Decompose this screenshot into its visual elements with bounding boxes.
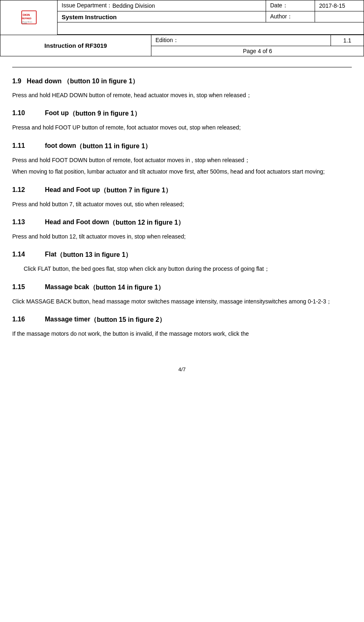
section-1-10-para-0: Pressa and hold FOOT UP button of remote… — [12, 123, 352, 132]
header-grid: OKIN REFINED A Phoenix Mecano Company Is… — [0, 0, 364, 35]
section-1-12-title: Head and Foot up — [45, 186, 100, 195]
svg-text:Company: Company — [22, 22, 27, 24]
edition-label-cell: Edition： — [151, 35, 331, 46]
section-1-13-para-0: Press and hold button 12, tilt actuator … — [12, 232, 352, 241]
content-area: 1.9 Head down （button 10 in figure 1） Pr… — [0, 56, 364, 354]
section-1-11-para-0: Press and hold FOOT DOWN button of remot… — [12, 156, 352, 165]
section-1-11: 1.11 foot down （button 11 in figure 1） P… — [12, 142, 352, 176]
date-value-cell: 2017-8-15 — [315, 0, 364, 11]
logo-container: OKIN REFINED A Phoenix Mecano Company — [21, 10, 37, 25]
header-row-1: Issue Department： Bedding Division Date：… — [58, 0, 364, 11]
edition-label: Edition： — [155, 37, 179, 43]
header-row-2: System Instruction Author： — [58, 11, 364, 22]
edition-row: Edition： 1.1 — [151, 35, 364, 46]
section-1-14-subtitle: （button 13 in figure 1） — [56, 251, 132, 259]
section-1-15-heading: 1.15 Massage bcak （button 14 in figure 1… — [12, 283, 352, 292]
section-1-9-subtitle: （button 10 in figure 1） — [63, 78, 139, 85]
author-label: Author： — [270, 13, 293, 20]
page-wrapper: OKIN REFINED A Phoenix Mecano Company Is… — [0, 0, 364, 377]
section-1-11-heading: 1.11 foot down （button 11 in figure 1） — [12, 142, 352, 151]
section-1-11-subtitle: （button 11 in figure 1） — [76, 142, 151, 151]
author-label-cell: Author： — [266, 11, 315, 22]
section-1-9: 1.9 Head down （button 10 in figure 1） Pr… — [12, 77, 352, 100]
system-instruction-cell: System Instruction — [58, 11, 266, 22]
edition-value: 1.1 — [343, 37, 351, 44]
section-1-10-number: 1.10 — [12, 109, 45, 118]
svg-text:OKIN: OKIN — [22, 13, 30, 16]
empty-row-cell — [58, 22, 364, 26]
section-1-16-number: 1.16 — [12, 316, 45, 324]
footer-page-label: 4/7 — [178, 366, 186, 372]
section-1-14-number: 1.14 — [12, 251, 45, 259]
section-1-14-title: Flat — [45, 251, 56, 259]
title-section: Instruction of RF3019 Edition： 1.1 Page … — [0, 35, 364, 56]
page-label: Page 4 of 6 — [243, 48, 272, 54]
section-1-10: 1.10 Foot up （button 9 in figure 1） Pres… — [12, 109, 352, 132]
date-label: Date： — [270, 2, 288, 9]
date-label-cell: Date： — [266, 0, 315, 11]
section-1-9-title: Head down — [27, 78, 62, 85]
section-1-16-para-0: If the massage motors do not work, the b… — [12, 329, 352, 338]
section-1-9-para-0: Press and hold HEAD DOWN button of remot… — [12, 91, 352, 100]
section-1-13-subtitle: （button 12 in figure 1） — [109, 218, 184, 227]
section-1-14-para-0: Click FLAT button, the bed goes flat, st… — [12, 264, 352, 273]
issue-dept-value: Bedding Division — [113, 2, 155, 9]
section-1-12: 1.12 Head and Foot up （button 7 in figur… — [12, 186, 352, 209]
section-1-12-para-0: Press and hold button 7, tilt actuator m… — [12, 200, 352, 209]
issue-dept-cell: Issue Department： Bedding Division — [58, 0, 266, 11]
section-1-11-title: foot down — [45, 142, 76, 151]
svg-text:REFINED: REFINED — [22, 17, 31, 19]
section-1-10-subtitle: （button 9 in figure 1） — [69, 109, 141, 118]
page-row: Page 4 of 6 — [151, 46, 364, 56]
section-1-10-title: Foot up — [45, 109, 69, 118]
section-1-9-heading: 1.9 Head down （button 10 in figure 1） — [12, 77, 352, 86]
section-1-11-number: 1.11 — [12, 142, 45, 151]
section-1-15-number: 1.15 — [12, 283, 45, 292]
section-1-9-title-space — [23, 78, 25, 85]
edition-value-cell: 1.1 — [331, 36, 364, 45]
date-value: 2017-8-15 — [319, 2, 345, 9]
logo-area: OKIN REFINED A Phoenix Mecano Company — [0, 0, 58, 35]
section-1-12-subtitle: （button 7 in figure 1） — [100, 186, 172, 195]
header-divider — [12, 67, 352, 67]
issue-dept-label: Issue Department： — [62, 2, 113, 9]
section-1-14: 1.14 Flat （button 13 in figure 1） Click … — [12, 251, 352, 273]
system-instruction-label: System Instruction — [62, 13, 117, 20]
section-1-16: 1.16 Massage timer （button 15 in figure … — [12, 316, 352, 338]
section-1-12-heading: 1.12 Head and Foot up （button 7 in figur… — [12, 186, 352, 195]
document-title: Instruction of RF3019 — [44, 42, 107, 49]
document-header: OKIN REFINED A Phoenix Mecano Company Is… — [0, 0, 364, 56]
doc-title-cell: Instruction of RF3019 — [0, 35, 151, 56]
doc-meta-right: Edition： 1.1 Page 4 of 6 — [151, 35, 364, 56]
section-1-14-heading: 1.14 Flat （button 13 in figure 1） — [12, 251, 352, 259]
section-1-11-para-1: When moving to flat position, lumbar act… — [12, 167, 352, 176]
section-1-16-title: Massage timer — [45, 316, 90, 324]
section-1-15: 1.15 Massage bcak （button 14 in figure 1… — [12, 283, 352, 306]
section-1-16-heading: 1.16 Massage timer （button 15 in figure … — [12, 316, 352, 324]
section-1-13: 1.13 Head and Foot down （button 12 in fi… — [12, 218, 352, 241]
section-1-10-heading: 1.10 Foot up （button 9 in figure 1） — [12, 109, 352, 118]
header-row-3 — [58, 22, 364, 35]
section-1-15-title: Massage bcak — [45, 283, 89, 292]
section-1-12-number: 1.12 — [12, 186, 45, 195]
section-1-13-title: Head and Foot down — [45, 218, 109, 227]
section-1-13-heading: 1.13 Head and Foot down （button 12 in fi… — [12, 218, 352, 227]
section-1-13-number: 1.13 — [12, 218, 45, 227]
section-1-15-para-0: Click MASSAGE BACK button, head massage … — [12, 297, 352, 306]
section-1-15-subtitle: （button 14 in figure 1） — [89, 283, 165, 292]
page-footer: 4/7 — [0, 366, 364, 377]
section-1-9-number: 1.9 — [12, 78, 21, 85]
okin-logo-icon: OKIN REFINED A Phoenix Mecano Company — [21, 10, 37, 25]
section-1-16-subtitle: （button 15 in figure 2） — [90, 316, 166, 324]
author-value-cell — [315, 11, 364, 22]
